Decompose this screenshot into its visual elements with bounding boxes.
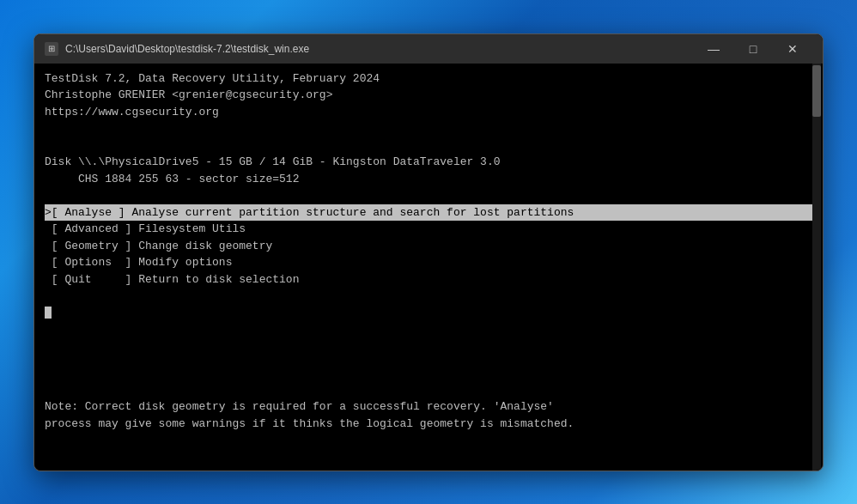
terminal-line-4 bbox=[45, 120, 812, 137]
window-icon: ⊞ bbox=[45, 42, 58, 56]
maximize-button[interactable]: □ bbox=[733, 34, 773, 64]
window-title: C:\Users\David\Desktop\testdisk-7.2\test… bbox=[65, 43, 694, 55]
scrollbar[interactable] bbox=[812, 64, 821, 471]
terminal-disk-info: Disk \\.\PhysicalDrive5 - 15 GB / 14 GiB… bbox=[45, 154, 812, 171]
terminal-chs-info: CHS 1884 255 63 - sector size=512 bbox=[45, 171, 812, 188]
titlebar: ⊞ C:\Users\David\Desktop\testdisk-7.2\te… bbox=[34, 34, 823, 64]
terminal-cursor bbox=[45, 307, 52, 319]
close-button[interactable]: ✕ bbox=[773, 34, 812, 64]
note-line-2: process may give some warnings if it thi… bbox=[45, 416, 812, 433]
menu-geometry[interactable]: [ Geometry ] Change disk geometry bbox=[45, 238, 812, 255]
window-controls: — □ ✕ bbox=[694, 34, 812, 64]
note-line-1: Note: Correct disk geometry is required … bbox=[45, 398, 812, 416]
menu-options[interactable]: [ Options ] Modify options bbox=[45, 254, 812, 271]
terminal-body: TestDisk 7.2, Data Recovery Utility, Feb… bbox=[34, 64, 823, 471]
terminal-spacer bbox=[45, 187, 812, 204]
terminal-spacer2 bbox=[45, 288, 812, 305]
terminal-window: ⊞ C:\Users\David\Desktop\testdisk-7.2\te… bbox=[33, 33, 824, 471]
terminal-line-1: TestDisk 7.2, Data Recovery Utility, Feb… bbox=[45, 70, 812, 88]
scrollbar-thumb[interactable] bbox=[812, 65, 821, 117]
terminal-line-3: https://www.cgsecurity.org bbox=[45, 104, 812, 121]
menu-advanced[interactable]: [ Advanced ] Filesystem Utils bbox=[45, 221, 812, 238]
cursor-line bbox=[45, 305, 812, 322]
minimize-button[interactable]: — bbox=[694, 34, 733, 64]
menu-analyse[interactable]: >[ Analyse ] Analyse current partition s… bbox=[45, 204, 812, 222]
terminal-line-2: Christophe GRENIER <grenier@cgsecurity.o… bbox=[45, 87, 812, 104]
terminal-line-5 bbox=[45, 137, 812, 155]
menu-quit[interactable]: [ Quit ] Return to disk selection bbox=[45, 271, 812, 288]
